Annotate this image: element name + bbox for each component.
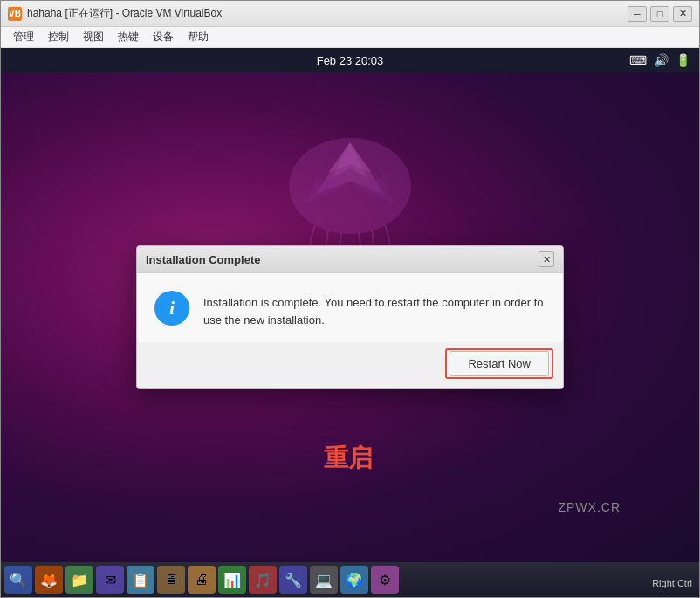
clock-display: Feb 23 20:03 [317, 54, 384, 67]
system-tray: ⌨ 🔊 🔋 [629, 53, 690, 67]
virtualbox-window: VB hahaha [正在运行] - Oracle VM VirtualBox … [0, 0, 700, 598]
desktop-background: 重启 ZPWX.CR Installation Complete ✕ i [1, 72, 699, 562]
restart-now-button[interactable]: Restart Now [450, 351, 549, 376]
ubuntu-top-bar: Feb 23 20:03 ⌨ 🔊 🔋 [1, 48, 699, 72]
dialog-overlay: Installation Complete ✕ i Installation i… [1, 72, 699, 562]
dialog-title-bar: Installation Complete ✕ [137, 246, 563, 273]
dialog-footer: Restart Now [137, 342, 563, 388]
menu-manage[interactable]: 管理 [6, 28, 41, 46]
ubuntu-taskbar: 🔍 🦊 📁 ✉ 📋 🖥 🖨 📊 🎵 🔧 💻 🌍 ⚙ Right Ctrl [1, 562, 699, 597]
taskbar-icon-clipboard[interactable]: 📋 [127, 566, 154, 594]
close-button[interactable]: ✕ [673, 6, 692, 22]
menu-control[interactable]: 控制 [41, 28, 76, 46]
taskbar-icon-search[interactable]: 🔍 [4, 566, 32, 594]
taskbar-icon-spreadsheet[interactable]: 📊 [218, 566, 246, 594]
taskbar-icon-terminal[interactable]: 💻 [310, 566, 338, 594]
network-icon: ⌨ [629, 53, 647, 67]
menu-help[interactable]: 帮助 [181, 28, 216, 46]
taskbar-icon-music[interactable]: 🎵 [249, 566, 277, 594]
menu-hotkey[interactable]: 热键 [111, 28, 146, 46]
dialog-message: Installation is complete. You need to re… [203, 291, 546, 328]
taskbar-icon-mail[interactable]: ✉ [96, 566, 124, 594]
dialog-title: Installation Complete [146, 253, 260, 266]
info-icon: i [154, 291, 189, 326]
taskbar-icon-system[interactable]: ⚙ [371, 566, 399, 594]
installation-complete-dialog: Installation Complete ✕ i Installation i… [136, 245, 564, 389]
menu-view[interactable]: 视图 [76, 28, 111, 46]
window-title: hahaha [正在运行] - Oracle VM VirtualBox [27, 6, 628, 21]
taskbar-icon-browser[interactable]: 🌍 [340, 566, 368, 594]
taskbar-icon-printer[interactable]: 🖨 [188, 566, 216, 594]
title-bar: VB hahaha [正在运行] - Oracle VM VirtualBox … [1, 1, 699, 27]
maximize-button[interactable]: □ [650, 6, 669, 22]
dialog-body: i Installation is complete. You need to … [137, 273, 563, 342]
right-ctrl-label: Right Ctrl [652, 578, 692, 588]
taskbar-icon-monitor[interactable]: 🖥 [157, 566, 185, 594]
taskbar-icon-firefox[interactable]: 🦊 [35, 566, 63, 594]
window-controls: ─ □ ✕ [628, 6, 692, 22]
vm-content: Feb 23 20:03 ⌨ 🔊 🔋 [1, 48, 699, 597]
volume-icon: 🔊 [654, 53, 669, 67]
menu-devices[interactable]: 设备 [146, 28, 181, 46]
battery-icon: 🔋 [676, 53, 690, 67]
taskbar-icon-files[interactable]: 📁 [65, 566, 93, 594]
menu-bar: 管理 控制 视图 热键 设备 帮助 [1, 27, 699, 48]
dialog-close-button[interactable]: ✕ [539, 251, 554, 267]
taskbar-icon-settings[interactable]: 🔧 [279, 566, 307, 594]
app-icon: VB [8, 7, 22, 21]
minimize-button[interactable]: ─ [628, 6, 647, 22]
